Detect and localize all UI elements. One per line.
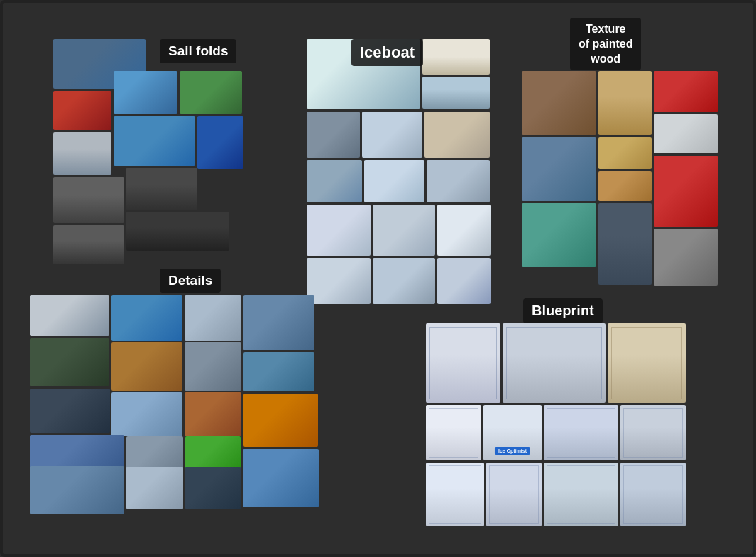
texture-photo-3[interactable] <box>654 71 718 112</box>
iceboat-photo-6[interactable] <box>424 112 490 158</box>
details-photo-5[interactable] <box>111 342 182 391</box>
blueprint-photo-11[interactable] <box>620 463 686 526</box>
sail-folds-photo-3[interactable] <box>114 71 177 114</box>
details-photo-16[interactable] <box>243 449 319 507</box>
details-photo-19[interactable] <box>185 467 241 509</box>
iceboat-label: Iceboat <box>351 39 423 66</box>
texture-label: Textureof paintedwood <box>570 18 641 70</box>
blueprint-photo-10[interactable] <box>544 463 618 526</box>
blueprint-photo-5[interactable]: Ice Optimist <box>483 405 542 460</box>
iceboat-photo-12[interactable] <box>437 205 491 256</box>
blueprint-photo-9[interactable] <box>486 463 542 526</box>
sail-folds-photo-2[interactable] <box>53 91 111 130</box>
iceboat-photo-7[interactable] <box>307 160 362 202</box>
sail-folds-photo-11[interactable] <box>53 225 124 264</box>
blueprint-photo-4[interactable] <box>426 405 481 460</box>
blueprint-photo-2[interactable] <box>503 323 606 403</box>
texture-photo-10[interactable] <box>598 203 652 285</box>
sail-folds-photo-6[interactable] <box>114 116 195 166</box>
sail-folds-photo-10[interactable] <box>126 212 229 251</box>
iceboat-photo-9[interactable] <box>427 160 490 202</box>
texture-label-text: Textureof paintedwood <box>579 23 632 65</box>
details-photo-7[interactable] <box>243 295 314 350</box>
blueprint-photo-7[interactable] <box>620 405 686 460</box>
sail-folds-photo-8[interactable] <box>53 177 124 223</box>
iceboat-photo-10[interactable] <box>307 205 371 256</box>
blueprint-photo-8[interactable] <box>426 463 484 526</box>
details-photo-1[interactable] <box>30 295 109 336</box>
texture-photo-7[interactable] <box>598 171 652 201</box>
details-photo-2[interactable] <box>111 295 182 341</box>
texture-photo-1[interactable] <box>522 71 596 135</box>
details-photo-4[interactable] <box>30 338 109 386</box>
iceboat-photo-14[interactable] <box>373 258 435 304</box>
iceboat-photo-4[interactable] <box>307 112 360 158</box>
details-photo-17[interactable] <box>30 466 124 514</box>
blueprint-photo-1[interactable] <box>426 323 500 403</box>
sail-folds-label: Sail folds <box>160 39 236 63</box>
iceboat-photo-11[interactable] <box>373 205 435 256</box>
sail-folds-photo-7[interactable] <box>197 116 243 169</box>
texture-photo-8[interactable] <box>654 156 718 227</box>
details-photo-8[interactable] <box>243 352 314 391</box>
iceboat-photo-2[interactable] <box>422 39 490 75</box>
details-photo-6[interactable] <box>185 342 241 391</box>
texture-photo-9[interactable] <box>522 203 596 267</box>
iceboat-photo-15[interactable] <box>437 258 491 304</box>
texture-photo-11[interactable] <box>654 229 718 286</box>
iceboat-photo-3[interactable] <box>422 77 490 109</box>
blueprint-label: Blueprint <box>523 298 603 323</box>
details-photo-18[interactable] <box>126 467 183 509</box>
details-photo-10[interactable] <box>111 392 182 436</box>
texture-photo-2[interactable] <box>598 71 652 135</box>
sail-folds-photo-4[interactable] <box>180 71 242 114</box>
blueprint-photo-3[interactable] <box>608 323 686 403</box>
iceboat-photo-5[interactable] <box>362 112 422 158</box>
texture-photo-5[interactable] <box>522 137 596 201</box>
details-photo-11[interactable] <box>185 392 241 436</box>
details-photo-9[interactable] <box>30 389 110 433</box>
sail-folds-photo-9[interactable] <box>126 168 197 210</box>
details-label: Details <box>160 269 221 293</box>
iceboat-photo-13[interactable] <box>307 258 371 304</box>
details-photo-3[interactable] <box>185 295 241 341</box>
blueprint-photo-6[interactable] <box>544 405 618 460</box>
sail-folds-photo-5[interactable] <box>53 132 111 175</box>
texture-photo-4[interactable] <box>654 114 718 153</box>
details-photo-12[interactable] <box>243 394 318 447</box>
iceboat-photo-8[interactable] <box>364 160 424 202</box>
texture-photo-6[interactable] <box>598 137 652 169</box>
